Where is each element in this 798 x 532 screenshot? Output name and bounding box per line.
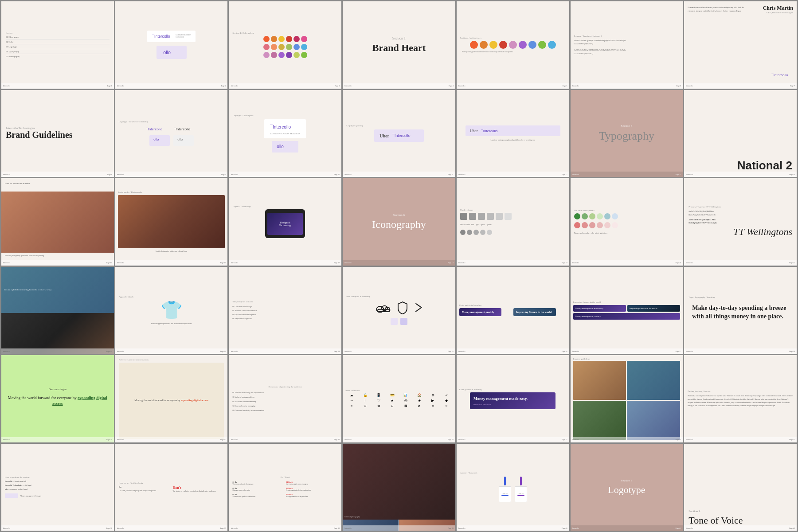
- tone-swatches-row1: [574, 213, 618, 219]
- dont-label: Don't: [173, 486, 224, 490]
- slide-elder-gesture: Elder gesture in branding Money manageme…: [457, 355, 569, 442]
- intercollo-logo-svg: ¯Intercollo: [152, 33, 174, 39]
- slide-logotype-section: Section 8 Logotype IntercolloPage 41: [571, 444, 683, 531]
- icon-examples: [374, 301, 424, 314]
- svg-text:¯Intercollo: ¯Intercollo: [152, 34, 170, 39]
- slide-iconography-section: Section 6 Iconography IntercolloPage 18: [343, 178, 455, 266]
- logotype-section-label: Section 8: [621, 479, 632, 482]
- slide-r1c5: Section 4 / pairing rules Pairing color …: [457, 1, 569, 89]
- slide-apparel: Apparel / Merch 👕 Branded apparel guidel…: [115, 267, 228, 354]
- brand-heart-section-label: Section 1: [392, 36, 406, 40]
- pairing-label: Section 4 / pairing rules: [460, 37, 481, 39]
- slide-person-double: We are a global community, beautiful in …: [1, 267, 114, 354]
- shield-icon: [397, 301, 408, 314]
- slide-r1c1: Section 01 Clear space 02 Color 03 Logot…: [1, 1, 114, 89]
- slide-money-mgmt: Color palette in branding Money manageme…: [457, 267, 569, 354]
- color-dots-row3: [263, 52, 307, 58]
- ollo-logo-svg: ollo: [163, 48, 180, 56]
- partner-bar: Uber ¯Intercollo: [374, 129, 424, 142]
- lanyards: GUEST GUEST: [499, 477, 527, 502]
- slide-tt-wellingtons: Primary / Typeface / TT Wellingtons AaBb…: [684, 178, 797, 266]
- toc-label: Section: [6, 32, 12, 34]
- tone-section-label: Section 9: [688, 509, 700, 513]
- slide-typography-section: Section 5 Typography IntercolloPage 13: [571, 90, 683, 177]
- brand-guidelines-title: Brand Guidelines: [6, 130, 73, 140]
- typography-section-label: Section 5: [621, 124, 632, 128]
- slide-references: References and recommendations Moving th…: [115, 355, 228, 442]
- slide-r1c3: Section 4 / Color palette: [229, 1, 341, 89]
- slide-social-media: Social media / Photography Social photog…: [115, 178, 228, 266]
- brand-guidelines-sub: Intercollo Technologies: [6, 126, 35, 130]
- slide-brand-heart: Section 1 Brand Heart IntercolloPage 4: [343, 1, 455, 89]
- slide-money-dark: Improving finance in the world Money man…: [571, 267, 683, 354]
- tablet-mockup: Design &Technology: [265, 209, 305, 238]
- tshirt-icon: 👕: [160, 300, 183, 321]
- slide-better-tone: Better note of protecting the audience 0…: [229, 355, 341, 442]
- grey-swatches: [460, 213, 512, 220]
- slide-tone-of-voice: Section 9 Tone of Voice IntercolloPage 4…: [684, 444, 797, 531]
- icons-grid: ☁ 🔒 📱 💳 📊 🏠 ⚙ ✓ → ↑ ♡ ★ ◎ ◈ ▶ ◆ ≡ ⊕ ⊗ ⊙: [345, 393, 453, 408]
- ollo-logo-box: ollo: [156, 46, 187, 59]
- color-dots-row1: [263, 36, 307, 42]
- money-card-2: Improving finance in the world: [513, 308, 555, 316]
- money-hero-card: Money management made easy. Intercollo F…: [470, 392, 555, 409]
- slide-do-dont-list: Do / Don't 01 Do Use warm, authentic pho…: [229, 444, 341, 531]
- slide-grid: Section 01 Clear space 02 Color 03 Logot…: [0, 0, 798, 532]
- editorial-photo-dark: Editorial photography: [343, 444, 455, 520]
- slogan-text: Moving the world forward for everyone by…: [5, 392, 110, 410]
- brand-heart-title: Brand Heart: [372, 42, 426, 54]
- svg-text:¯Intercollo: ¯Intercollo: [173, 127, 190, 131]
- slide-icons-collection: Icons collection ☁ 🔒 📱 💳 📊 🏠 ⚙ ✓ → ↑ ♡ ★…: [343, 355, 455, 442]
- slide-brand-guidelines: Intercollo Technologies Brand Guidelines…: [1, 90, 114, 177]
- typography-title: Typography: [599, 129, 654, 143]
- intercollo-logo-box: ¯Intercollo COMMUNICATIONSERVICES: [147, 31, 195, 42]
- imagery-grid: [573, 361, 681, 440]
- person-photo: [1, 192, 114, 253]
- svg-text:ollo: ollo: [177, 138, 183, 142]
- intercollo-logo-small: ¯Intercollo: [771, 72, 793, 78]
- arrow-icon: [413, 301, 424, 314]
- slide-partner-logos: Uber ¯Intercollo Logotype pairing exampl…: [457, 90, 569, 177]
- slide-icon-symbols: Icon examples in branding: [343, 267, 455, 354]
- slide-shades: Shades of grey DarkestDarkMidLightLighte…: [457, 178, 569, 266]
- slide-testimonial: Chris Martin CEO, Intercollo Technologie…: [684, 1, 797, 89]
- svg-text:ollo: ollo: [163, 50, 171, 55]
- color-dots-row2: [263, 44, 307, 50]
- svg-text:ollo: ollo: [277, 144, 284, 149]
- color-section-label: Section 4 / Color palette: [232, 32, 254, 34]
- slide-apparel-lanyards: Apparel / Lanyards GUEST GUEST: [457, 444, 569, 531]
- tone-of-voice-title: Tone of Voice: [688, 515, 743, 526]
- slide-imagery-guidelines: Imagery guidelines IntercolloPage 34: [571, 355, 683, 442]
- pairing-circles: [470, 41, 556, 49]
- svg-text:¯Intercollo: ¯Intercollo: [771, 73, 788, 77]
- slide-do-dont: How we are / told to clarity Do Use clea…: [115, 444, 228, 531]
- svg-point-12: [382, 306, 387, 311]
- iconography-title: Iconography: [372, 219, 426, 231]
- national2-title: National 2: [737, 159, 792, 172]
- slide-tone-palette: The color tone / palette Primary and sec…: [571, 178, 683, 266]
- slide-r1c2: ¯Intercollo COMMUNICATIONSERVICES ollo I…: [115, 1, 228, 89]
- slide-pairing-tracking: Pairing, tracking, line use National 2 i…: [684, 355, 797, 442]
- slide-logo-lockup: Logotype / Clear Space ¯Intercollo COMMU…: [229, 90, 341, 177]
- color-hex-labels: [460, 230, 492, 235]
- slide-national2: National 2 IntercolloPage 14: [684, 90, 797, 177]
- social-photo: [118, 195, 225, 248]
- cloud-icon: [374, 301, 392, 314]
- tone-swatches-row2: [574, 222, 618, 228]
- svg-text:ollo: ollo: [153, 138, 159, 142]
- person-double-photo: [1, 313, 114, 354]
- logotype-title: Logotype: [608, 484, 645, 496]
- svg-text:¯Intercollo: ¯Intercollo: [145, 127, 162, 131]
- tt-wellingtons-title: TT Wellingtons: [733, 226, 792, 238]
- slide-quote: Type / Typography / branding Make day-to…: [684, 267, 797, 354]
- svg-text:¯Intercollo: ¯Intercollo: [392, 133, 410, 138]
- slide-green-slogan: Our main slogan Moving the world forward…: [1, 355, 114, 442]
- slide-editorial-people: Editorial photography IntercolloPage 39: [343, 444, 455, 531]
- quote-text: Make day-to-day spending a breeze with a…: [688, 300, 792, 325]
- slide-logo-color: Logotype / pairing Uber ¯Intercollo Inte…: [343, 90, 455, 177]
- money-card-1: Money management, mainly: [459, 308, 501, 316]
- slide-how-to: How to produce the content Intercollo — …: [1, 444, 114, 531]
- iconography-section-label: Section 6: [393, 213, 405, 217]
- slide-person-editorial: How we pursue our mission Editorial phot…: [1, 178, 114, 266]
- slide-icon-principles: The principles of icons 01 Consistent st…: [229, 267, 341, 354]
